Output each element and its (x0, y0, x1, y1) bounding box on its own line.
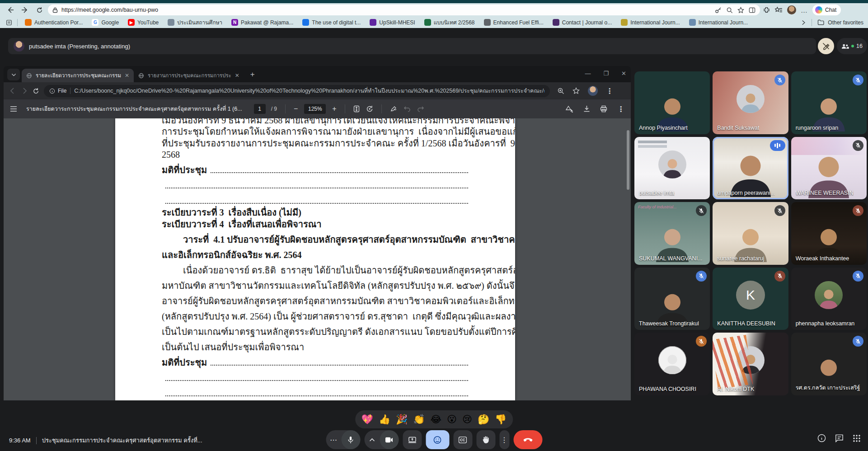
print-icon[interactable] (600, 105, 607, 113)
pdf-scrollbar-thumb[interactable] (627, 130, 629, 190)
shared-menu-icon[interactable]: ⋮ (606, 87, 613, 95)
forward-button[interactable] (19, 4, 31, 16)
back-button[interactable] (5, 4, 16, 16)
zoom-in-icon[interactable]: + (332, 105, 336, 113)
bookmark-item[interactable]: ประเมินสถานศึกษา (164, 17, 226, 28)
participant-tile[interactable]: Annop Piyasinchart (634, 71, 710, 134)
pdf-menu-icon[interactable] (10, 106, 17, 112)
split-screen-icon[interactable] (749, 7, 755, 14)
undo-icon[interactable] (404, 106, 411, 112)
tab-close-icon[interactable]: ✕ (235, 72, 239, 79)
shared-address-bar[interactable]: File C:/Users/boonc_njkq0oc/OneDrive%20-… (44, 85, 550, 97)
zoom-out-icon[interactable]: − (294, 105, 298, 113)
extensions-icon[interactable] (763, 6, 770, 14)
meeting-details-icon[interactable] (817, 434, 826, 442)
bookmark-page-star-icon[interactable] (572, 87, 580, 94)
other-favorites-label[interactable]: Other favorites (828, 19, 863, 26)
participant-tile[interactable]: รศ.ดร.กลวัต เกาะประเสริฐ์ (791, 333, 867, 395)
draw-annotation-icon[interactable] (390, 105, 397, 113)
profile-avatar[interactable] (787, 5, 796, 14)
download-icon[interactable] (583, 105, 590, 113)
raise-hand-button[interactable] (476, 430, 495, 449)
participant-tile[interactable]: Bandit Suksawat (713, 71, 788, 134)
tab-search-chevron[interactable] (7, 69, 20, 80)
reactions-button[interactable] (426, 430, 449, 449)
participant-tile[interactable]: rungaroon sripan (791, 71, 867, 134)
annotate-shape-icon[interactable] (566, 105, 573, 113)
participant-tile[interactable]: Thaweesak Trongtirakul (634, 268, 710, 330)
page-number-input[interactable]: 1 (254, 104, 266, 114)
camera-icon[interactable] (380, 430, 399, 449)
shared-tab-inactive[interactable]: รายงานการประชุมคณะกรรมการประ ✕ (134, 69, 244, 82)
bookmark-item[interactable]: N Pakawat @ Rajama... (228, 18, 297, 27)
zoom-level-value[interactable]: 125% (304, 104, 326, 114)
copilot-chat-button[interactable]: Chat (812, 5, 841, 15)
reaction-emoji-button[interactable]: 😮 (447, 415, 457, 424)
window-minimize-icon[interactable]: — (585, 70, 591, 77)
annotation-toggle-button[interactable] (818, 38, 834, 54)
reaction-emoji-button[interactable]: 👍 (379, 415, 390, 424)
bookmark-item[interactable]: The use of digital t... (299, 18, 364, 27)
bookmarks-overflow-chevron[interactable] (801, 20, 806, 25)
participant-tile[interactable]: WARINEE WEERASIN (791, 137, 867, 200)
participant-tile[interactable]: K KANITTHA DEESUBIN (713, 268, 788, 330)
reaction-emoji-button[interactable]: 😂 (431, 415, 442, 424)
more-options-button[interactable]: ⋮ (499, 430, 509, 449)
favorite-star-icon[interactable] (737, 7, 744, 14)
participants-count-button[interactable]: 16 (837, 38, 867, 54)
camera-control[interactable] (364, 430, 399, 449)
mic-icon[interactable] (341, 430, 360, 449)
reaction-emoji-button[interactable]: 👏 (413, 415, 425, 424)
bookmark-item[interactable]: ▶ YouTube (124, 18, 162, 27)
shared-back-icon[interactable] (9, 87, 16, 94)
tab-close-icon[interactable]: ✕ (125, 72, 129, 79)
shared-profile-avatar[interactable] (588, 86, 598, 96)
address-bar[interactable]: https://meet.google.com/bau-urnu-pwo (48, 5, 760, 15)
reaction-emoji-button[interactable]: 👎 (495, 415, 507, 424)
activities-grid-icon[interactable] (853, 434, 861, 442)
bookmark-item[interactable]: G Google (88, 18, 122, 27)
fit-page-icon[interactable] (353, 105, 360, 113)
end-call-button[interactable] (513, 430, 542, 449)
favorites-bar-icon[interactable] (775, 6, 783, 14)
mic-control[interactable]: ⋯ (326, 430, 360, 449)
shared-refresh-icon[interactable] (33, 88, 39, 94)
shared-forward-icon[interactable] (21, 87, 28, 94)
password-key-icon[interactable] (715, 7, 722, 14)
bookmark-item[interactable]: International Journ... (617, 18, 683, 27)
participant-tile[interactable]: Faculty of Industrial... SUKUMAL WANGVAN… (634, 202, 710, 265)
zoom-page-icon[interactable] (557, 87, 564, 94)
participant-tile[interactable]: umpaporn peerawani... (713, 137, 788, 200)
settings-menu-icon[interactable]: … (801, 6, 808, 14)
new-tab-button[interactable]: + (247, 69, 258, 80)
participant-tile[interactable]: Woraeak Inthakantee (791, 202, 867, 265)
camera-options-icon[interactable] (364, 438, 380, 442)
rotate-icon[interactable] (366, 105, 373, 113)
search-icon[interactable] (726, 7, 733, 14)
reaction-emoji-button[interactable]: 😢 (462, 415, 472, 424)
window-restore-icon[interactable]: ❐ (603, 70, 609, 77)
reaction-emoji-button[interactable]: 🎉 (396, 415, 408, 424)
window-close-icon[interactable]: ✕ (621, 70, 626, 77)
bookmark-item[interactable]: Contact | Journal o... (549, 18, 616, 27)
bookmark-item[interactable]: แบบนิเทศ 2/2568 (421, 17, 479, 28)
participant-tile[interactable]: putsadee imta (634, 137, 710, 200)
participant-tile[interactable]: Aj_Nikom DTK (713, 333, 788, 395)
bookmark-item[interactable]: Enhanced Fuel Effi... (480, 18, 547, 27)
bookmark-item[interactable]: International Journ... (685, 18, 751, 27)
refresh-button[interactable] (33, 4, 45, 16)
reaction-emoji-button[interactable]: 💖 (361, 415, 373, 424)
chat-panel-icon[interactable] (835, 434, 844, 442)
participant-tile[interactable]: phennapha leoksamran (791, 268, 867, 330)
collections-icon[interactable] (5, 18, 14, 27)
bookmark-item[interactable]: UpSkill-MHESI (366, 18, 418, 27)
participant-tile[interactable]: sunaree rachataruj (713, 202, 788, 265)
present-screen-button[interactable] (403, 430, 422, 449)
pdf-more-icon[interactable]: ⋮ (617, 105, 624, 113)
redo-icon[interactable] (417, 106, 424, 112)
reaction-emoji-button[interactable]: 🤔 (478, 415, 489, 424)
participant-tile[interactable]: PHAWANA CHOOSIRI (634, 333, 710, 395)
mic-options-icon[interactable]: ⋯ (326, 436, 341, 444)
bookmark-item[interactable]: Authentication Por... (21, 18, 86, 27)
shared-tab-active[interactable]: รายละเอียดวาระการประชุมคณะกรรม ✕ (22, 69, 134, 82)
